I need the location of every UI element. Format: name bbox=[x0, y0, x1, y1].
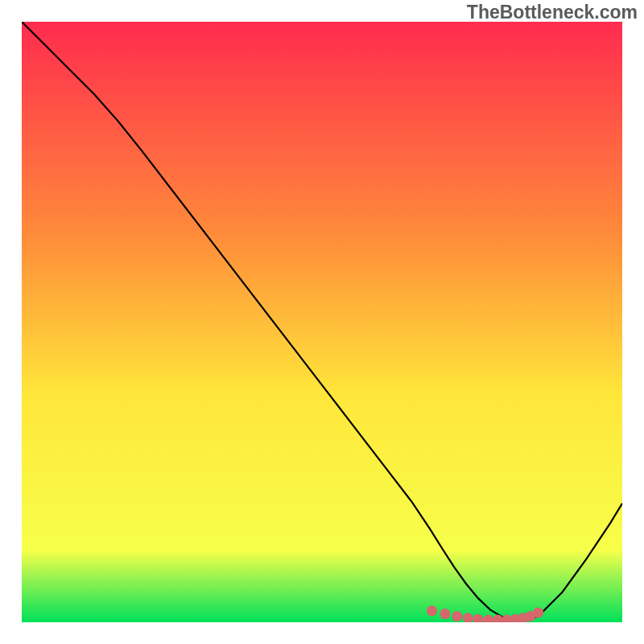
watermark-text: TheBottleneck.com bbox=[467, 2, 638, 23]
marker-dot bbox=[452, 611, 462, 621]
chart-container: TheBottleneck.com bbox=[0, 0, 644, 644]
plot-area bbox=[22, 22, 622, 622]
marker-dot bbox=[427, 605, 437, 616]
gradient-background bbox=[22, 22, 622, 622]
chart-svg bbox=[22, 22, 622, 622]
marker-dot bbox=[533, 608, 543, 618]
marker-dot bbox=[440, 609, 450, 619]
